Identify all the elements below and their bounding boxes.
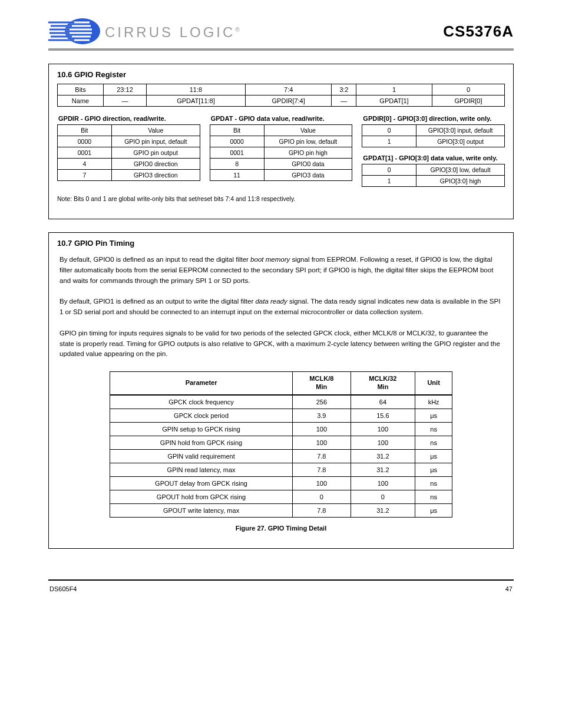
- table-row: GPOUT write latency, max7.831.2μs: [110, 503, 452, 517]
- table-row: GPCK clock period3.915.6μs: [110, 409, 452, 422]
- table-row: Name — GPDAT[11:8] GPDIR[7:4] — GPDAT[1]…: [58, 95, 505, 107]
- gpdat-column: GPDAT - GPIO data value, read/write. Bit…: [210, 115, 353, 188]
- gpio-timing-box: 10.7 GPIO Pin Timing By default, GPIO0 i…: [48, 232, 514, 549]
- footer-rule: [48, 579, 514, 581]
- global-bits-column: GPDIR[0] - GPIO[3:0] direction, write on…: [362, 115, 505, 194]
- page-number: 47: [505, 585, 513, 592]
- section-title: 10.6 GPIO Register: [57, 70, 505, 79]
- figure-caption: Figure 27. GPIO Timing Detail: [57, 525, 505, 532]
- gpdir-column: GPDIR - GPIO direction, read/write. BitV…: [57, 115, 200, 188]
- part-number: CS5376A: [443, 22, 514, 41]
- table-row: Bits 23:12 11:8 7:4 3:2 1 0: [58, 84, 505, 95]
- row-header: Bits: [58, 84, 104, 95]
- table-row: GPOUT hold from GPCK rising00ns: [110, 490, 452, 503]
- gpio-register-box: 10.6 GPIO Register Bits 23:12 11:8 7:4 3…: [48, 64, 514, 219]
- doc-id: DS605F4: [49, 585, 77, 592]
- col-header-mclk8: MCLK/8Min: [293, 372, 351, 395]
- table-row: GPIN valid requirement7.831.2μs: [110, 449, 452, 463]
- header-rule: [48, 48, 514, 51]
- table-row: GPIN read latency, max7.831.2μs: [110, 463, 452, 476]
- register-note: Note: Bits 0 and 1 are global write-only…: [57, 195, 505, 202]
- body-text: By default, GPIO0 is defined as an input…: [57, 255, 505, 360]
- table-row: GPOUT delay from GPCK rising100100ns: [110, 476, 452, 490]
- gpdir-table: BitValue 0000GPIO pin input, default 000…: [57, 124, 200, 181]
- page-header: CIRRUS LOGIC® CS5376A: [48, 18, 514, 45]
- table-row: GPCK clock frequency25664kHz: [110, 395, 452, 409]
- timing-table: Parameter MCLK/8Min MCLK/32Min Unit GPCK…: [110, 371, 452, 518]
- gpdir0-table: 0GPIO[3:0] input, default 1GPIO[3:0] out…: [362, 124, 505, 147]
- logo-text: CIRRUS LOGIC®: [105, 24, 242, 41]
- table-header-row: Parameter MCLK/8Min MCLK/32Min Unit: [110, 372, 452, 395]
- section-title: 10.7 GPIO Pin Timing: [57, 239, 505, 248]
- gpdat-table: BitValue 0000GPIO pin low, default 0001G…: [210, 124, 353, 181]
- register-bit-table: Bits 23:12 11:8 7:4 3:2 1 0 Name — GPDAT…: [57, 84, 505, 107]
- table-row: GPIN setup to GPCK rising100100ns: [110, 422, 452, 436]
- table-row: GPIN hold from GPCK rising100100ns: [110, 436, 452, 449]
- gpdat1-table: 0GPIO[3:0] low, default 1GPIO[3:0] high: [362, 164, 505, 187]
- company-logo: CIRRUS LOGIC®: [48, 18, 242, 45]
- page-footer: DS605F4 47: [48, 585, 514, 592]
- row-header: Name: [58, 95, 104, 107]
- col-header-mclk32: MCLK/32Min: [351, 372, 415, 395]
- cirrus-logo-icon: [48, 18, 103, 45]
